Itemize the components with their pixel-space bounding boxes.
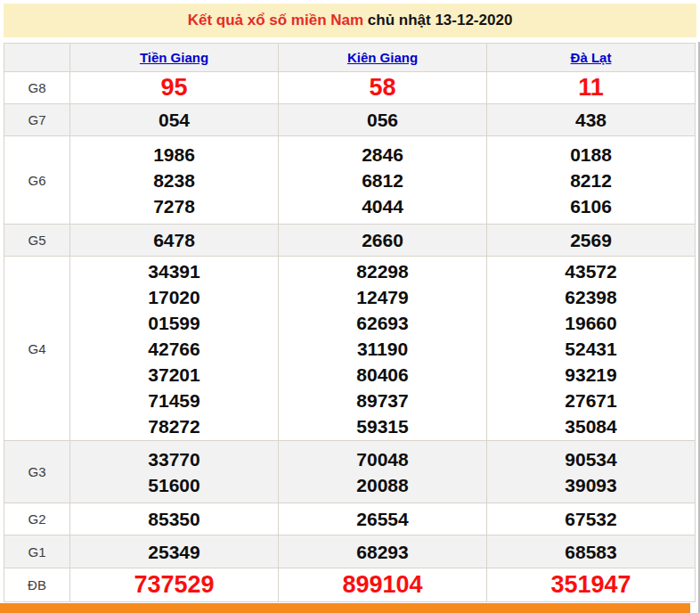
prize-number: 27671 (487, 388, 695, 413)
prize-number: 2660 (279, 227, 486, 253)
page-title: Kết quả xổ số miền Nam chủ nhật 13-12-20… (4, 4, 696, 37)
prize-row: ĐB737529899104351947 (4, 568, 696, 602)
prize-number: 6478 (70, 227, 278, 253)
prize-number: 34391 (70, 258, 278, 284)
prize-number: 89737 (279, 388, 486, 413)
prize-number: 51600 (70, 472, 278, 498)
prize-row: G2853502655467532 (4, 503, 696, 535)
prize-number: 7278 (70, 193, 278, 219)
prize-label: G5 (4, 225, 70, 257)
prize-cell: 737529 (70, 568, 279, 602)
prize-cell: 34391170200159942766372017145978272 (70, 257, 279, 441)
prize-cell: 95 (70, 72, 279, 104)
prize-number: 37201 (70, 362, 278, 388)
prize-cell: 11 (487, 72, 696, 104)
column-header: Tiền Giang (70, 44, 279, 72)
prize-number: 62693 (279, 310, 486, 336)
prize-cell: 68583 (487, 535, 696, 568)
prize-label: G4 (4, 257, 70, 441)
prize-number: 42766 (70, 336, 278, 362)
prize-number: 2846 (279, 142, 486, 168)
prize-cell: 2660 (279, 225, 487, 257)
results-table: Tiền GiangKiên GiangĐà Lạt G8955811G7054… (4, 43, 696, 602)
prize-number: 58 (279, 75, 486, 101)
prize-cell: 25349 (70, 535, 279, 568)
prize-number: 39093 (487, 472, 695, 498)
prize-number: 82298 (279, 258, 486, 284)
prize-number: 1986 (70, 142, 278, 168)
bottom-divider (0, 603, 690, 613)
prize-number: 054 (70, 107, 278, 133)
prize-number: 19660 (487, 310, 695, 336)
prize-cell: 2569 (487, 225, 696, 257)
prize-cell: 056 (279, 104, 487, 136)
prize-number: 93219 (487, 362, 695, 388)
prize-cell: 3377051600 (70, 441, 279, 503)
prize-number: 899104 (279, 572, 486, 598)
prize-label: G1 (4, 535, 70, 568)
prize-number: 17020 (70, 284, 278, 310)
prize-number: 20088 (279, 472, 486, 498)
prize-number: 71459 (70, 388, 278, 413)
prize-number: 90534 (487, 446, 695, 472)
prize-label: ĐB (4, 568, 70, 602)
prize-cell: 351947 (487, 568, 696, 602)
prize-cell: 198682387278 (70, 136, 279, 225)
prize-number: 67532 (487, 506, 695, 532)
prize-cell: 018882126106 (487, 136, 696, 225)
prize-cell: 67532 (487, 503, 696, 535)
prize-number: 6106 (487, 193, 695, 219)
prize-number: 68583 (487, 539, 695, 565)
prize-number: 25349 (70, 539, 278, 565)
prize-number: 35084 (487, 413, 695, 439)
page: Kết quả xổ số miền Nam chủ nhật 13-12-20… (0, 0, 700, 613)
prize-number: 737529 (70, 572, 278, 598)
prize-number: 6812 (279, 168, 486, 193)
prize-number: 26554 (279, 506, 486, 532)
prize-number: 59315 (279, 413, 486, 439)
prize-cell: 438 (487, 104, 696, 136)
prize-cell: 7004820088 (279, 441, 487, 503)
prize-row: G5647826602569 (4, 225, 696, 257)
column-header: Kiên Giang (279, 44, 487, 72)
province-link[interactable]: Đà Lạt (571, 50, 612, 65)
prize-number: 70048 (279, 446, 486, 472)
prize-cell: 054 (70, 104, 279, 136)
prize-number: 438 (487, 107, 695, 133)
prize-row: G1253496829368583 (4, 535, 696, 568)
prize-label: G2 (4, 503, 70, 535)
prize-number: 01599 (70, 310, 278, 336)
prize-cell: 284668124044 (279, 136, 487, 225)
prize-number: 12479 (279, 284, 486, 310)
province-link[interactable]: Kiên Giang (347, 50, 418, 65)
results-body: G8955811G7054056438G61986823872782846681… (4, 72, 696, 602)
prize-cell: 58 (279, 72, 487, 104)
prize-row: G7054056438 (4, 104, 696, 136)
column-header: Đà Lạt (487, 44, 696, 72)
prize-label: G3 (4, 441, 70, 503)
prize-number: 52431 (487, 336, 695, 362)
prize-label: G6 (4, 136, 70, 225)
prize-number: 80406 (279, 362, 486, 388)
prize-number: 8212 (487, 168, 695, 193)
prize-number: 33770 (70, 446, 278, 472)
prize-number: 78272 (70, 413, 278, 439)
prize-row: G6198682387278284668124044018882126106 (4, 136, 696, 225)
header-row: Tiền GiangKiên GiangĐà Lạt (4, 44, 696, 72)
prize-number: 2569 (487, 227, 695, 253)
page-title-date: chủ nhật 13-12-2020 (368, 12, 513, 29)
province-link[interactable]: Tiền Giang (140, 50, 208, 65)
prize-label: G7 (4, 104, 70, 136)
prize-cell: 43572623981966052431932192767135084 (487, 257, 696, 441)
prize-cell: 9053439093 (487, 441, 696, 503)
prize-cell: 899104 (279, 568, 487, 602)
prize-cell: 26554 (279, 503, 487, 535)
prize-number: 62398 (487, 284, 695, 310)
prize-number: 68293 (279, 539, 486, 565)
prize-number: 351947 (487, 572, 695, 598)
prize-label: G8 (4, 72, 70, 104)
prize-number: 8238 (70, 168, 278, 193)
prize-cell: 68293 (279, 535, 487, 568)
page-title-main: Kết quả xổ số miền Nam (188, 12, 363, 29)
corner-cell (4, 44, 70, 72)
